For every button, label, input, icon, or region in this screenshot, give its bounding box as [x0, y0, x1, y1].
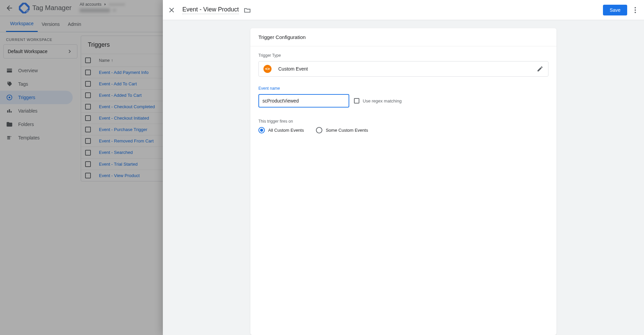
custom-event-icon: <>: [263, 65, 272, 73]
radio-all-events[interactable]: All Custom Events: [258, 127, 304, 133]
drawer-title[interactable]: Event - View Product: [182, 6, 239, 14]
fires-on-label: This trigger fires on: [258, 119, 548, 124]
drawer-body: Trigger Configuration Trigger Type <> Cu…: [163, 20, 644, 335]
folder-outline-icon[interactable]: [244, 6, 251, 14]
trigger-type-name: Custom Event: [278, 66, 537, 72]
pencil-icon[interactable]: [537, 66, 543, 72]
radio-all-label: All Custom Events: [268, 128, 304, 133]
regex-checkbox[interactable]: [354, 98, 359, 103]
event-name-input[interactable]: [258, 94, 349, 108]
trigger-type-label: Trigger Type: [258, 53, 548, 58]
svg-point-5: [635, 9, 636, 11]
trigger-editor-drawer: Event - View Product Save Trigger Config…: [163, 0, 644, 335]
fires-on-radio-group: All Custom Events Some Custom Events: [258, 127, 548, 133]
save-button[interactable]: Save: [603, 5, 627, 15]
svg-point-4: [635, 7, 636, 8]
radio-outer: [258, 127, 265, 133]
drawer-header: Event - View Product Save: [163, 0, 644, 20]
radio-outer: [316, 127, 322, 133]
close-icon[interactable]: [168, 6, 176, 14]
event-name-label: Event name: [258, 86, 548, 91]
regex-checkbox-row[interactable]: Use regex matching: [354, 98, 402, 103]
config-card-title: Trigger Configuration: [250, 28, 557, 46]
regex-label: Use regex matching: [363, 98, 402, 103]
more-vert-icon[interactable]: [631, 6, 639, 14]
trigger-type-box[interactable]: <> Custom Event: [258, 61, 548, 77]
svg-point-6: [635, 12, 636, 13]
trigger-config-card: Trigger Configuration Trigger Type <> Cu…: [250, 28, 557, 335]
radio-some-events[interactable]: Some Custom Events: [316, 127, 368, 133]
radio-some-label: Some Custom Events: [326, 128, 368, 133]
